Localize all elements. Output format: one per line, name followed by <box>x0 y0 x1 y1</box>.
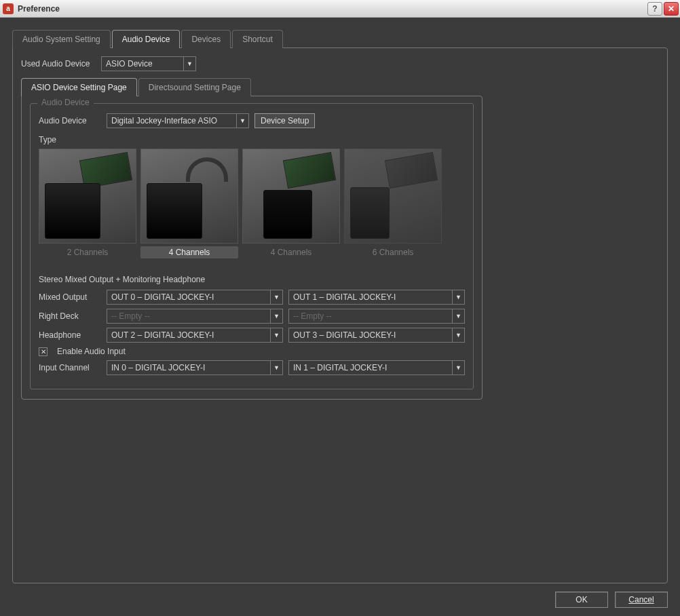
enable-audio-input-checkbox[interactable]: ✕ <box>39 347 48 356</box>
type-caption: 6 Channels <box>344 246 442 258</box>
used-audio-device-label: Used Audio Device <box>21 59 96 69</box>
headphone-left-dropdown[interactable]: OUT 2 – DIGITAL JOCKEY-I ▼ <box>107 328 283 343</box>
headphone-label: Headphone <box>39 330 101 340</box>
right-deck-right-dropdown[interactable]: -- Empty -- ▼ <box>288 309 465 324</box>
outer-tab-panel: Used Audio Device ASIO Device ▼ ASIO Dev… <box>12 47 668 583</box>
chevron-down-icon: ▼ <box>270 309 282 323</box>
type-image-6ch <box>344 149 442 244</box>
used-audio-device-dropdown[interactable]: ASIO Device ▼ <box>101 56 196 71</box>
input-channel-label: Input Channel <box>39 363 101 372</box>
help-button[interactable]: ? <box>647 2 662 16</box>
right-deck-label: Right Deck <box>39 311 101 321</box>
tab-audio-device[interactable]: Audio Device <box>112 30 181 48</box>
tab-directsound-setting[interactable]: Directsound Setting Page <box>138 78 251 96</box>
mixed-output-label: Mixed Output <box>39 292 101 302</box>
headphone-right-dropdown[interactable]: OUT 3 – DIGITAL JOCKEY-I ▼ <box>288 328 465 343</box>
chevron-down-icon: ▼ <box>452 328 464 342</box>
audio-device-row: Audio Device Digital Jockey-Interface AS… <box>39 113 465 128</box>
close-button[interactable]: ✕ <box>664 2 679 16</box>
right-deck-left-dropdown[interactable]: -- Empty -- ▼ <box>107 309 283 324</box>
audio-device-fieldset: Audio Device Audio Device Digital Jockey… <box>30 103 474 389</box>
type-option-4ch-headphone[interactable]: 4 Channels <box>140 149 238 258</box>
chevron-down-icon: ▼ <box>236 114 248 128</box>
dropdown-value: -- Empty -- <box>289 311 452 321</box>
mixed-output-right-dropdown[interactable]: OUT 1 – DIGITAL JOCKEY-I ▼ <box>288 290 465 305</box>
window-title: Preference <box>18 4 646 14</box>
mixed-output-left-dropdown[interactable]: OUT 0 – DIGITAL JOCKEY-I ▼ <box>107 290 283 305</box>
type-label: Type <box>39 135 465 145</box>
chevron-down-icon: ▼ <box>452 309 464 323</box>
dropdown-value: OUT 1 – DIGITAL JOCKEY-I <box>289 292 452 302</box>
output-section-title: Stereo Mixed Output + Monitoring Headpho… <box>39 275 465 284</box>
tab-audio-system-setting[interactable]: Audio System Setting <box>12 30 111 48</box>
used-audio-device-value: ASIO Device <box>102 59 183 69</box>
chevron-down-icon: ▼ <box>183 57 195 71</box>
chevron-down-icon: ▼ <box>270 328 282 342</box>
inner-tabs: ASIO Device Setting Page Directsound Set… <box>21 78 659 96</box>
ok-button[interactable]: OK <box>555 592 608 608</box>
type-caption: 4 Channels <box>242 246 340 258</box>
mixed-output-row: Mixed Output OUT 0 – DIGITAL JOCKEY-I ▼ … <box>39 290 465 305</box>
used-audio-device-row: Used Audio Device ASIO Device ▼ <box>21 56 659 71</box>
app-icon: a <box>3 3 14 14</box>
cancel-button[interactable]: Cancel <box>615 592 668 608</box>
input-channel-right-dropdown[interactable]: IN 1 – DIGITAL JOCKEY-I ▼ <box>288 360 465 375</box>
output-grid: Mixed Output OUT 0 – DIGITAL JOCKEY-I ▼ … <box>39 290 465 375</box>
inner-tab-panel: Audio Device Audio Device Digital Jockey… <box>21 96 483 400</box>
audio-device-value: Digital Jockey-Interface ASIO <box>107 116 236 126</box>
dropdown-value: OUT 2 – DIGITAL JOCKEY-I <box>107 330 270 340</box>
right-deck-row: Right Deck -- Empty -- ▼ -- Empty -- ▼ <box>39 309 465 324</box>
dialog-footer: OK Cancel <box>555 592 668 608</box>
tab-devices[interactable]: Devices <box>181 30 231 48</box>
headphone-row: Headphone OUT 2 – DIGITAL JOCKEY-I ▼ OUT… <box>39 328 465 343</box>
dropdown-value: -- Empty -- <box>107 311 270 321</box>
dropdown-value: IN 1 – DIGITAL JOCKEY-I <box>289 363 452 372</box>
chevron-down-icon: ▼ <box>270 361 282 374</box>
audio-device-label: Audio Device <box>39 116 101 126</box>
enable-audio-input-label: Enable Audio Input <box>57 347 126 356</box>
dropdown-value: OUT 3 – DIGITAL JOCKEY-I <box>289 330 452 340</box>
device-setup-button[interactable]: Device Setup <box>254 113 315 128</box>
type-caption: 4 Channels <box>140 246 238 258</box>
input-channel-row: Input Channel IN 0 – DIGITAL JOCKEY-I ▼ … <box>39 360 465 375</box>
enable-audio-input-row: ✕ Enable Audio Input <box>39 347 465 356</box>
tab-shortcut[interactable]: Shortcut <box>232 30 283 48</box>
client-area: Audio System Setting Audio Device Device… <box>0 18 680 616</box>
type-options: 2 Channels 4 Channels 4 Channels 6 Chann… <box>39 149 465 258</box>
dropdown-value: IN 0 – DIGITAL JOCKEY-I <box>107 363 270 372</box>
type-option-6ch[interactable]: 6 Channels <box>344 149 442 258</box>
type-image-2ch <box>39 149 136 244</box>
type-caption: 2 Channels <box>39 246 136 258</box>
outer-tabs: Audio System Setting Audio Device Device… <box>12 30 668 48</box>
tab-asio-setting[interactable]: ASIO Device Setting Page <box>21 78 137 96</box>
audio-device-dropdown[interactable]: Digital Jockey-Interface ASIO ▼ <box>107 113 249 128</box>
input-channel-left-dropdown[interactable]: IN 0 – DIGITAL JOCKEY-I ▼ <box>107 360 283 375</box>
dropdown-value: OUT 0 – DIGITAL JOCKEY-I <box>107 292 270 302</box>
chevron-down-icon: ▼ <box>452 290 464 304</box>
type-image-4ch-headphone <box>140 149 238 244</box>
title-bar: a Preference ? ✕ <box>0 0 680 18</box>
fieldset-legend: Audio Device <box>37 98 94 107</box>
type-option-2ch[interactable]: 2 Channels <box>39 149 136 258</box>
type-option-4ch-mixer[interactable]: 4 Channels <box>242 149 340 258</box>
type-image-4ch-mixer <box>242 149 340 244</box>
chevron-down-icon: ▼ <box>452 361 464 374</box>
chevron-down-icon: ▼ <box>270 290 282 304</box>
